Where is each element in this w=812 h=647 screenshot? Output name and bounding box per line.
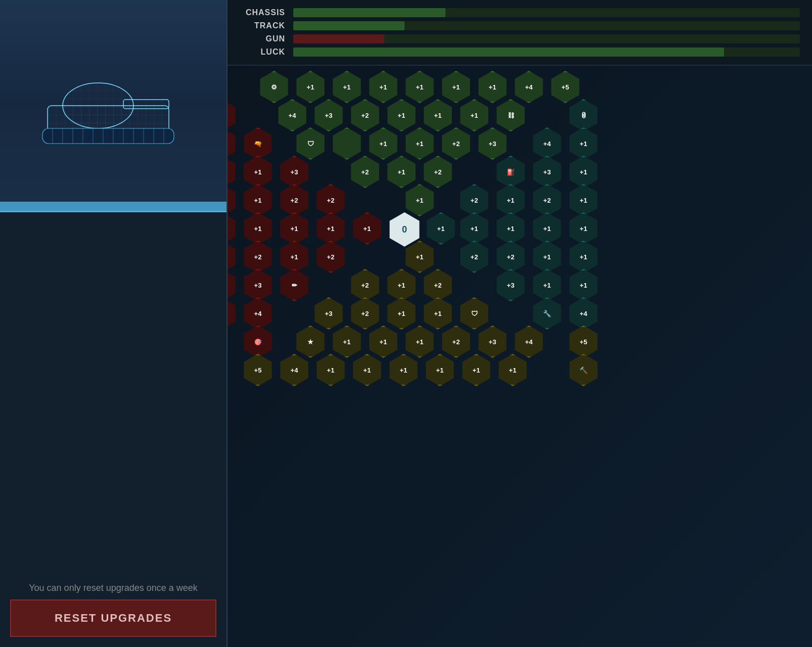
hex-r6-8[interactable]: +1 xyxy=(458,212,490,245)
hex-r5-9[interactable]: +1 xyxy=(494,184,527,216)
hex-r11-7[interactable]: +1 xyxy=(424,354,456,386)
hex-r1-7[interactable]: +1 xyxy=(476,71,509,103)
hex-r1-2[interactable]: +1 xyxy=(294,71,327,103)
hex-r6-3[interactable]: +1 xyxy=(278,212,310,245)
hex-r5-3[interactable]: +2 xyxy=(278,184,310,216)
hex-r5-2[interactable]: +1 xyxy=(242,184,274,216)
hex-r2-2[interactable]: +4 xyxy=(276,99,308,131)
hex-r9-2[interactable]: +4 xyxy=(242,297,274,330)
hex-r9-10[interactable]: +4 xyxy=(567,297,600,330)
hex-r7-8[interactable]: +2 xyxy=(458,241,490,273)
hex-r9-6[interactable]: +1 xyxy=(385,297,418,330)
hex-r5-8[interactable]: +2 xyxy=(458,184,490,216)
hex-rifle-icon[interactable]: 🔫 xyxy=(242,127,274,160)
hex-r8-10[interactable]: +1 xyxy=(531,269,563,301)
hex-r8-1[interactable]: +1 xyxy=(228,269,238,301)
hex-r8-11[interactable]: +1 xyxy=(567,269,600,301)
hex-r4-10[interactable]: +1 xyxy=(567,156,600,188)
hex-fuel-icon[interactable]: ⛽ xyxy=(494,156,527,188)
hex-r2-4[interactable]: +2 xyxy=(349,99,381,131)
hex-r9-4[interactable]: +3 xyxy=(312,297,345,330)
hex-r2-1[interactable]: +5 xyxy=(228,99,238,131)
hex-r10-5[interactable]: +1 xyxy=(367,326,399,358)
hex-r3-7[interactable]: +2 xyxy=(440,127,472,160)
hex-r6-1[interactable]: +1 xyxy=(228,212,238,245)
hex-r10-8[interactable]: +3 xyxy=(476,326,509,358)
hex-cpu-icon[interactable]: ⚙ xyxy=(258,71,290,103)
hex-r3-10[interactable]: +1 xyxy=(567,127,600,160)
hex-star-icon[interactable]: ★ xyxy=(294,326,327,358)
hex-r9-5[interactable]: +2 xyxy=(349,297,381,330)
hex-r8-9[interactable]: +3 xyxy=(494,269,527,301)
hex-r5-11[interactable]: +1 xyxy=(567,184,600,216)
hex-r1-6[interactable]: +1 xyxy=(440,71,472,103)
hex-r1-4[interactable]: +1 xyxy=(367,71,399,103)
hex-r2-6[interactable]: +1 xyxy=(422,99,454,131)
hex-r3-1[interactable]: +4 xyxy=(228,127,238,160)
hex-r3-6[interactable]: +1 xyxy=(403,127,436,160)
hex-r7-4[interactable]: +2 xyxy=(314,241,347,273)
hex-r11-4[interactable]: +1 xyxy=(314,354,347,386)
hex-r11-2[interactable]: +5 xyxy=(242,354,274,386)
hex-r7-9[interactable]: +2 xyxy=(494,241,527,273)
hex-r7-11[interactable]: +1 xyxy=(567,241,600,273)
hex-r1-9[interactable]: +5 xyxy=(549,71,581,103)
hex-r6-10[interactable]: +1 xyxy=(531,212,563,245)
hex-r11-9[interactable]: +1 xyxy=(497,354,529,386)
hex-pencil-icon[interactable]: ✏ xyxy=(278,269,310,301)
hex-r6-7[interactable]: +1 xyxy=(425,212,457,245)
hex-r4-7[interactable]: +2 xyxy=(422,156,454,188)
hex-target-icon[interactable]: 🎯 xyxy=(242,326,274,358)
hex-r4-9[interactable]: +3 xyxy=(531,156,563,188)
hex-r1-3[interactable]: +1 xyxy=(331,71,363,103)
hex-shield2-icon[interactable]: 🛡 xyxy=(458,297,490,330)
hex-r3-5[interactable]: +1 xyxy=(367,127,399,160)
hex-r8-7[interactable]: +2 xyxy=(422,269,454,301)
reset-upgrades-button[interactable]: RESET UPGRADES xyxy=(10,599,216,637)
hex-r3-4[interactable] xyxy=(331,127,363,160)
hex-r4-2[interactable]: +1 xyxy=(242,156,274,188)
hex-r1-8[interactable]: +4 xyxy=(513,71,545,103)
hex-r10-7[interactable]: +2 xyxy=(440,326,472,358)
hex-r8-2[interactable]: +3 xyxy=(242,269,274,301)
hex-r7-10[interactable]: +1 xyxy=(531,241,563,273)
hex-r4-6[interactable]: +1 xyxy=(385,156,418,188)
hex-r2-5[interactable]: +1 xyxy=(385,99,418,131)
hex-r7-1[interactable]: +1 xyxy=(228,241,238,273)
hex-r3-8[interactable]: +3 xyxy=(476,127,509,160)
hex-r10-9[interactable]: +4 xyxy=(513,326,545,358)
hex-r7-6[interactable]: +1 xyxy=(403,241,436,273)
hex-r8-5[interactable]: +2 xyxy=(349,269,381,301)
hex-r4-1[interactable]: +1 xyxy=(228,156,238,188)
hex-r7-2[interactable]: +2 xyxy=(242,241,274,273)
hex-r6-2[interactable]: +1 xyxy=(242,212,274,245)
hex-r6-5[interactable]: +1 xyxy=(351,212,383,245)
hex-r8-6[interactable]: +1 xyxy=(385,269,418,301)
hex-wrench-icon[interactable]: 🔨 xyxy=(567,354,600,386)
hex-r6-4[interactable]: +1 xyxy=(314,212,347,245)
hex-r11-8[interactable]: +1 xyxy=(460,354,492,386)
hex-r1-5[interactable]: +1 xyxy=(403,71,436,103)
hex-r6-11[interactable]: +1 xyxy=(567,212,600,245)
hex-r9-1[interactable]: +1 xyxy=(228,297,238,330)
hex-r4-3[interactable]: +3 xyxy=(278,156,310,188)
hex-r9-7[interactable]: +1 xyxy=(422,297,454,330)
hex-r3-9[interactable]: +4 xyxy=(531,127,563,160)
hex-r5-1[interactable]: +1 xyxy=(228,184,238,216)
hex-r2-7[interactable]: +1 xyxy=(458,99,490,131)
hex-shield-icon[interactable]: 🛡 xyxy=(294,127,327,160)
hex-r5-10[interactable]: +2 xyxy=(531,184,563,216)
hex-r10-6[interactable]: +1 xyxy=(403,326,436,358)
hex-r5-6[interactable]: +1 xyxy=(403,184,436,216)
hex-r4-5[interactable]: +2 xyxy=(349,156,381,188)
hex-r10-4[interactable]: +1 xyxy=(331,326,363,358)
hex-r11-5[interactable]: +1 xyxy=(351,354,383,386)
hex-chain-icon[interactable]: ⛓ xyxy=(494,99,527,131)
hex-engine-icon[interactable]: 🔧 xyxy=(531,297,563,330)
hex-r6-9[interactable]: +1 xyxy=(494,212,527,245)
hex-r10-11[interactable]: +5 xyxy=(567,326,600,358)
hex-r5-4[interactable]: +2 xyxy=(314,184,347,216)
hex-r11-6[interactable]: +1 xyxy=(387,354,420,386)
hex-r7-3[interactable]: +1 xyxy=(278,241,310,273)
hex-barrel-icon[interactable]: 🛢 xyxy=(567,99,600,131)
